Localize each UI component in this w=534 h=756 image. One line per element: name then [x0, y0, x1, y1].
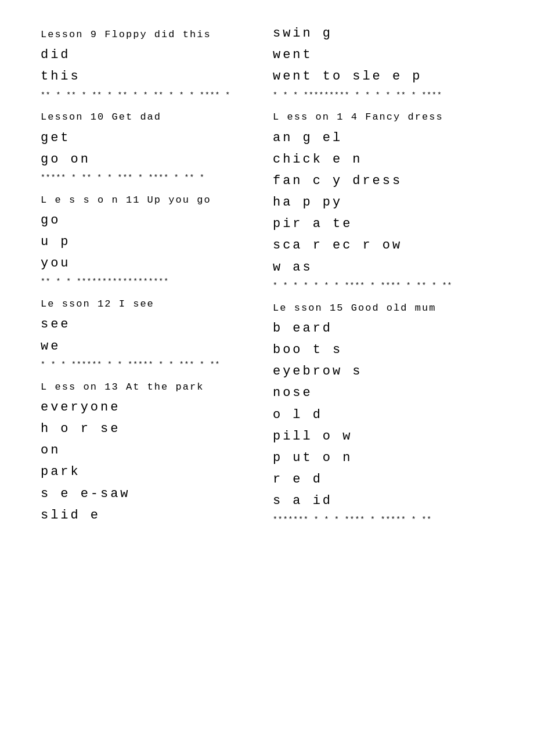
star-divider: ** * ** * ** * ** * * ** * * * **** * — [41, 89, 261, 102]
vocabulary-word: s a id — [273, 491, 493, 511]
vocabulary-word: boo t s — [273, 340, 493, 360]
lesson-title: Le sson 15 Good old mum — [273, 300, 493, 316]
star-divider: ** * * ****************** — [41, 276, 261, 288]
vocabulary-word: eyebrow s — [273, 361, 493, 381]
lesson-title: L ess on 13 At the park — [41, 379, 261, 395]
vocabulary-word: swin g — [273, 23, 493, 44]
vocabulary-word: pir a te — [273, 214, 493, 234]
vocabulary-word: you — [41, 253, 261, 273]
vocabulary-word: ha p py — [273, 192, 493, 213]
vocabulary-word: go — [41, 210, 261, 231]
vocabulary-word: pill o w — [273, 426, 493, 447]
star-divider: * * * ********* * * * * ** * **** — [273, 89, 493, 102]
vocabulary-word: fan c y dress — [273, 171, 493, 191]
star-divider: ******* * * * **** * ***** * ** — [273, 514, 493, 526]
vocabulary-word: this — [41, 66, 261, 87]
vocabulary-word: w as — [273, 257, 493, 278]
vocabulary-word: sca r ec r ow — [273, 235, 493, 255]
vocabulary-word: h o r se — [41, 419, 261, 439]
lesson-title: Lesson 9 Floppy did this — [41, 27, 261, 42]
vocabulary-word: b eard — [273, 318, 493, 339]
vocabulary-word: an g el — [273, 128, 493, 148]
vocabulary-word: o l d — [273, 405, 493, 425]
vocabulary-word: slid e — [41, 505, 261, 525]
vocabulary-word: s e e-saw — [41, 484, 261, 504]
vocabulary-word: p ut o n — [273, 448, 493, 468]
star-divider: * * * * * * * **** * **** * ** * ** — [273, 280, 493, 292]
star-divider: ***** * ** * * *** * **** * ** * — [41, 172, 261, 184]
vocabulary-word: went to sle e p — [273, 66, 493, 87]
vocabulary-word: r e d — [273, 469, 493, 489]
page-content: Lesson 9 Floppy did thisdidthis** * ** *… — [35, 23, 499, 530]
vocabulary-word: did — [41, 45, 261, 65]
vocabulary-word: went — [273, 45, 493, 65]
star-divider: * * * ****** * * ***** * * *** * ** — [41, 359, 261, 371]
vocabulary-word: get — [41, 128, 261, 148]
vocabulary-word: everyone — [41, 397, 261, 417]
left-column: Lesson 9 Floppy did thisdidthis** * ** *… — [35, 23, 267, 530]
lesson-title: L ess on 1 4 Fancy dress — [273, 109, 493, 125]
vocabulary-word: chick e n — [273, 149, 493, 170]
vocabulary-word: go on — [41, 149, 261, 170]
vocabulary-word: u p — [41, 232, 261, 252]
vocabulary-word: see — [41, 314, 261, 334]
vocabulary-word: on — [41, 440, 261, 460]
vocabulary-word: park — [41, 462, 261, 482]
lesson-title: L e s s o n 11 Up you go — [41, 192, 261, 208]
vocabulary-word: nose — [273, 383, 493, 403]
vocabulary-word: we — [41, 336, 261, 357]
lesson-title: Le sson 12 I see — [41, 296, 261, 312]
lesson-title: Lesson 10 Get dad — [41, 109, 261, 125]
right-column: swin gwentwent to sle e p* * * *********… — [267, 23, 499, 530]
